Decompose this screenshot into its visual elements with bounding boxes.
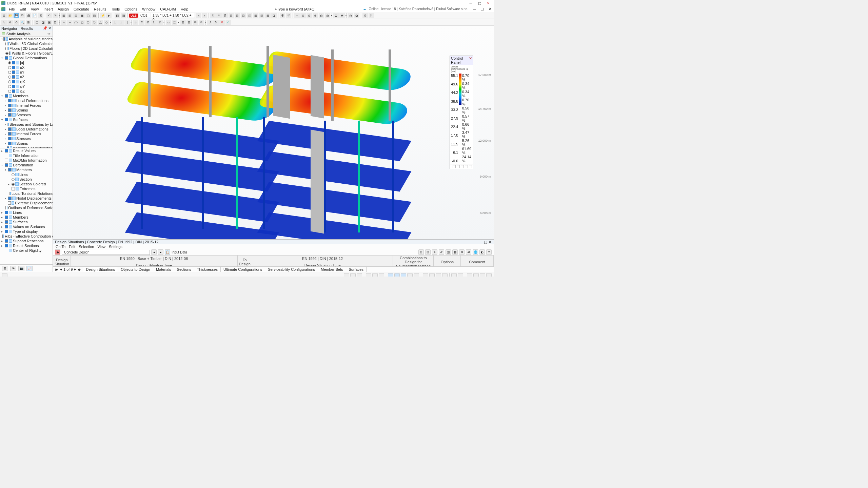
legend-header[interactable]: Control Panel [450,56,473,65]
r9-icon[interactable]: ▨ [259,13,264,18]
dpt9-icon[interactable]: 🌐 [473,249,478,255]
minimize-button[interactable]: ─ [467,1,475,5]
fb7-icon[interactable] [388,273,393,277]
dpt2-icon[interactable]: ⊟ [425,249,431,255]
fb10-icon[interactable] [407,273,413,277]
menu-tools[interactable]: Tools [109,7,122,12]
leg-b3-icon[interactable] [461,165,464,168]
r18-icon[interactable]: ◐ [319,13,324,18]
open-icon[interactable]: 📂 [7,13,13,18]
tree-item[interactable]: ▸Local Deformations [5,127,53,131]
tree-item[interactable]: uY [5,70,53,75]
tree-item[interactable]: Section [8,177,53,182]
tree-item[interactable]: ▾Analysis of building stories [1,37,53,41]
dp-close-icon[interactable]: ✕ [489,240,492,244]
tree-item[interactable]: Local Torsional Rotations [8,191,53,196]
fb18-icon[interactable] [467,273,472,277]
menu-edit[interactable]: Edit [18,7,28,12]
dp-prev-icon[interactable]: ◂ [151,249,157,255]
prev-icon[interactable]: ◂ [196,13,201,18]
doc-close-button[interactable]: ✕ [487,7,494,11]
tree-item[interactable]: ▸Nodal Displacements [5,196,53,201]
redo-icon[interactable]: ↷ [53,13,58,18]
tree-item[interactable]: Center of Rigidity [1,248,53,253]
tree-item[interactable]: Title Information [1,153,53,158]
r11-icon[interactable]: ◪ [271,13,277,18]
r5-icon[interactable]: ⊟ [235,13,240,18]
dp-color-icon[interactable]: ◆ [55,249,60,255]
tab-materials[interactable]: Materials [153,267,174,272]
dpt3-icon[interactable]: ↯ [432,249,437,255]
win4-icon[interactable]: ▣ [79,13,85,18]
navtab-model-icon[interactable]: ⊞ [2,266,8,271]
win3-icon[interactable]: ▤ [73,13,79,18]
dpt6-icon[interactable]: ▦ [452,249,458,255]
dpt11-icon[interactable]: ? [486,249,492,255]
tree-item[interactable]: ▸Type of display [1,229,53,234]
s27-icon[interactable]: ⬚ [172,20,177,25]
tab-serviceability[interactable]: Serviceability Configurations [265,267,318,272]
fb15-icon[interactable] [442,273,448,277]
dm-view[interactable]: View [97,245,105,249]
tree-item[interactable]: ▸Stresses [5,136,53,141]
tree-item[interactable]: ▸Internal Forces [5,131,53,136]
s24-icon[interactable]: ⥮ [151,20,157,25]
s9-icon[interactable]: ⊡ [53,20,58,25]
s21-icon[interactable]: ⇊ [133,20,138,25]
s6-icon[interactable]: ◫ [34,20,40,25]
dm-settings[interactable]: Settings [109,245,122,249]
r25-icon[interactable]: ⚐ [369,13,374,18]
fb16-icon[interactable] [451,273,457,277]
menu-help[interactable]: Help [179,7,191,12]
s13-icon[interactable]: ◻ [79,20,85,25]
tree-item[interactable]: ▾Members [5,167,53,172]
tree-item[interactable]: ▸Result Values [1,148,53,153]
menu-cadbim[interactable]: CAD-BIM [158,7,178,12]
s18-icon[interactable]: ⊥ [112,20,118,25]
s15-icon[interactable]: ⬡ [92,20,97,25]
tree-item[interactable]: uX [5,65,53,70]
fb-l1-icon[interactable] [2,273,7,277]
s32-icon[interactable]: ↺ [207,20,213,25]
win1-icon[interactable]: ▦ [61,13,66,18]
s29-icon[interactable]: ⊟ [186,20,192,25]
tab-sections[interactable]: Sections [174,267,194,272]
s1-icon[interactable]: ↖ [1,20,7,25]
tree-item[interactable]: ▸Surfaces [1,220,53,224]
tree-item[interactable]: uZ [5,75,53,79]
r3-icon[interactable]: ⇵ [222,13,228,18]
tree-item[interactable]: ▾Deformation [1,163,53,167]
nav-pin-icon[interactable]: 📌 [43,26,47,30]
s22-icon[interactable]: ⇈ [139,20,144,25]
undo-icon[interactable]: ↶ [46,13,52,18]
fb19-icon[interactable] [473,273,479,277]
tree-item[interactable]: φY [5,84,53,89]
tab-ultimate[interactable]: Ultimate Configurations [221,267,265,272]
r22-icon[interactable]: ◔ [348,13,353,18]
tree-item[interactable]: ▸Strains [5,141,53,146]
dp-max-icon[interactable]: ▢ [484,240,487,244]
r17-icon[interactable]: ⊗ [313,13,318,18]
co-combo[interactable]: CO1 [139,13,150,18]
s14-icon[interactable]: ⬠ [85,20,91,25]
tree-item[interactable]: ▾Global Deformations [1,56,53,60]
menu-window[interactable]: Window [140,7,157,12]
tree-item[interactable]: ▸Lines [1,210,53,215]
s31-icon[interactable]: ⧈ [199,20,204,25]
menu-assign[interactable]: Assign [56,7,71,12]
tree-item[interactable]: ▸Local Deformations [5,98,53,103]
r20-icon[interactable]: ◒ [333,13,339,18]
fb12-icon[interactable] [423,273,428,277]
r1-icon[interactable]: ↯ [210,13,216,18]
tree-item[interactable]: Extremes [8,186,53,191]
r19-icon[interactable]: ◑ [325,13,330,18]
r7-icon[interactable]: ◫ [247,13,252,18]
s19-icon[interactable]: ⟂ [118,20,124,25]
win6-icon[interactable]: ▧ [92,13,97,18]
next-icon[interactable]: ▸ [202,13,207,18]
tab-thicknesses[interactable]: Thicknesses [194,267,221,272]
dpt1-icon[interactable]: ⊞ [418,249,424,255]
s30-icon[interactable]: ⧉ [193,20,198,25]
dpt7-icon[interactable]: ⧉ [459,249,465,255]
dpt10-icon[interactable]: ◐ [479,249,485,255]
